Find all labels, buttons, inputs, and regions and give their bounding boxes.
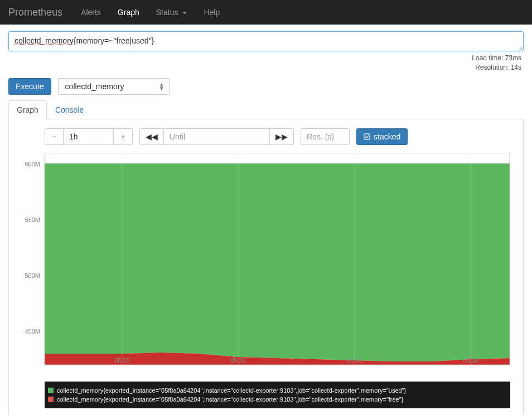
time-end-group: ◀◀ Until ▶▶ — [139, 128, 294, 145]
nav-graph[interactable]: Graph — [109, 1, 148, 24]
graph-panel: − 1h + ◀◀ Until ▶▶ stacked — [8, 119, 524, 415]
metric-select[interactable]: collectd_memory ▲▼ — [58, 78, 170, 95]
y-tick-0: 450M — [25, 328, 40, 335]
rewind-icon: ◀◀ — [146, 132, 158, 141]
svg-rect-0 — [364, 133, 370, 139]
chart-area: 450M 500M 550M 600M 05:15 05:30 05:45 06… — [18, 153, 514, 376]
metric-select-value: collectd_memory — [65, 82, 124, 91]
navbar: Prometheus Alerts Graph Status Help — [0, 0, 532, 25]
chart-svg[interactable]: 450M 500M 550M 600M 05:15 05:30 05:45 06… — [18, 153, 511, 376]
resolution-input[interactable] — [301, 128, 350, 145]
legend-label: collectd_memory{exported_instance="05f8a… — [57, 387, 406, 394]
select-arrows-icon: ▲▼ — [159, 83, 165, 90]
legend-label: collectd_memory{exported_instance="05f8a… — [57, 396, 403, 403]
legend-row[interactable]: collectd_memory{exported_instance="05f8a… — [48, 395, 505, 404]
x-tick-0: 05:15 — [114, 357, 130, 364]
plus-icon: + — [120, 132, 125, 141]
execute-button[interactable]: Execute — [8, 78, 51, 95]
expression-input[interactable]: collectd_memory{memory=~"free|used"} — [9, 32, 523, 51]
legend-swatch-icon — [48, 388, 54, 393]
range-input[interactable]: 1h — [64, 128, 114, 145]
expr-rest-part: {memory=~"free|used"} — [74, 36, 154, 45]
fast-forward-icon: ▶▶ — [275, 132, 288, 141]
expression-input-wrap: collectd_memory{memory=~"free|used"} — [8, 31, 524, 51]
nav-status-label: Status — [156, 8, 178, 17]
tab-graph[interactable]: Graph — [8, 100, 47, 119]
stacked-toggle-button[interactable]: stacked — [356, 128, 408, 145]
series-used-area — [45, 163, 510, 361]
resolution-info: Resolution: 14s — [8, 63, 521, 73]
legend-row[interactable]: collectd_memory{exported_instance="05f8a… — [48, 386, 505, 395]
minus-icon: − — [52, 132, 56, 141]
x-tick-3: 06:00 — [463, 357, 478, 364]
y-tick-3: 600M — [25, 161, 40, 167]
execute-row: Execute collectd_memory ▲▼ — [8, 78, 524, 95]
time-range-group: − 1h + — [45, 128, 133, 145]
expr-spellcheck-part: collectd_memory — [14, 36, 74, 45]
load-time: Load time: 73ms — [8, 54, 521, 63]
brand: Prometheus — [8, 7, 62, 18]
nav-status[interactable]: Status — [148, 1, 196, 24]
x-tick-1: 05:30 — [230, 357, 246, 364]
graph-controls: − 1h + ◀◀ Until ▶▶ stacked — [18, 128, 514, 145]
legend-swatch-icon — [48, 397, 54, 402]
x-tick-2: 05:45 — [347, 357, 362, 364]
nav-alerts[interactable]: Alerts — [72, 1, 109, 24]
time-forward-button[interactable]: ▶▶ — [270, 128, 294, 145]
y-tick-1: 500M — [25, 272, 40, 279]
chevron-down-icon — [182, 12, 187, 14]
check-icon — [364, 133, 370, 140]
result-tabs: Graph Console — [8, 100, 524, 119]
tab-console[interactable]: Console — [47, 100, 92, 119]
stacked-label: stacked — [374, 132, 400, 141]
chart-legend: collectd_memory{exported_instance="05f8a… — [45, 382, 510, 408]
nav-help[interactable]: Help — [195, 1, 228, 24]
range-decrease-button[interactable]: − — [45, 128, 64, 145]
resize-handle-icon[interactable] — [519, 46, 522, 50]
y-tick-2: 550M — [25, 216, 40, 223]
range-increase-button[interactable]: + — [114, 128, 133, 145]
load-info: Load time: 73ms Resolution: 14s — [8, 54, 521, 73]
until-input[interactable]: Until — [164, 128, 270, 145]
time-rewind-button[interactable]: ◀◀ — [139, 128, 164, 145]
